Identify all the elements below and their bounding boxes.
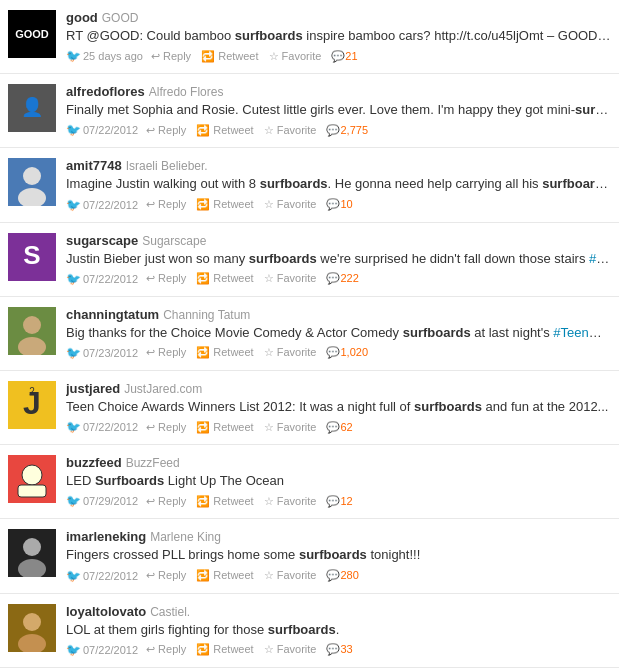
favorite-button[interactable]: ☆ Favorite (264, 643, 317, 656)
keyword: Surfboards (95, 473, 164, 488)
favorite-button[interactable]: ☆ Favorite (264, 198, 317, 211)
tweet-content: justjaredJustJared.comTeen Choice Awards… (66, 381, 611, 434)
hashtag: #TCA (589, 251, 611, 266)
retweet-button[interactable]: 🔁 Retweet (196, 124, 253, 137)
twitter-bird-icon: 🐦 (66, 272, 81, 286)
reply-count: 💬222 (326, 272, 358, 285)
tweet-text-before: RT @GOOD: Could bamboo (66, 28, 235, 43)
tweet-content: amit7748Israeli Belieber.Imagine Justin … (66, 158, 611, 211)
display-name: Castiel. (150, 605, 190, 619)
favorite-button[interactable]: ☆ Favorite (264, 495, 317, 508)
reply-count: 💬33 (326, 643, 352, 656)
screen-name[interactable]: amit7748 (66, 158, 122, 173)
keyword: surfboards (235, 28, 303, 43)
keyword: surfboards (414, 399, 482, 414)
tweet-header: channingtatumChanning Tatum (66, 307, 611, 322)
favorite-button[interactable]: ☆ Favorite (269, 50, 322, 63)
reply-button[interactable]: ↩ Reply (146, 272, 186, 285)
screen-name[interactable]: channingtatum (66, 307, 159, 322)
tweet-text-before: Imagine Justin walking out with 8 (66, 176, 260, 191)
avatar (8, 455, 56, 503)
retweet-button[interactable]: 🔁 Retweet (196, 643, 253, 656)
svg-text:2: 2 (29, 386, 35, 397)
retweet-button[interactable]: 🔁 Retweet (196, 421, 253, 434)
tweet-text: Teen Choice Awards Winners List 2012: It… (66, 398, 611, 416)
svg-rect-17 (18, 485, 46, 497)
tweet-date: 07/22/2012 (83, 273, 138, 285)
retweet-button[interactable]: 🔁 Retweet (196, 569, 253, 582)
svg-text:👤: 👤 (21, 96, 44, 118)
reply-button[interactable]: ↩ Reply (146, 421, 186, 434)
screen-name[interactable]: sugarscape (66, 233, 138, 248)
svg-text:S: S (23, 240, 40, 270)
tweet-date: 07/22/2012 (83, 570, 138, 582)
reply-count: 💬21 (331, 50, 357, 63)
display-name: Alfredo Flores (149, 85, 224, 99)
favorite-button[interactable]: ☆ Favorite (264, 569, 317, 582)
tweet-text-after: we're surprised he didn't fall down thos… (317, 251, 589, 266)
tweet-header: sugarscapeSugarscape (66, 233, 611, 248)
tweet-item: amit7748Israeli Belieber.Imagine Justin … (0, 148, 619, 222)
svg-point-5 (23, 167, 41, 185)
tweet-text-after2: . (610, 176, 611, 191)
reply-button[interactable]: ↩ Reply (146, 198, 186, 211)
favorite-button[interactable]: ☆ Favorite (264, 346, 317, 359)
screen-name[interactable]: imarleneking (66, 529, 146, 544)
retweet-button[interactable]: 🔁 Retweet (196, 272, 253, 285)
tweet-item: 👤alfredofloresAlfredo FloresFinally met … (0, 74, 619, 148)
retweet-button[interactable]: 🔁 Retweet (201, 50, 258, 63)
retweet-button[interactable]: 🔁 Retweet (196, 198, 253, 211)
reply-button[interactable]: ↩ Reply (146, 124, 186, 137)
reply-button[interactable]: ↩ Reply (146, 643, 186, 656)
tweet-date: 07/22/2012 (83, 199, 138, 211)
tweet-text-after: inspire bamboo cars? http://t.co/u45ljOm… (303, 28, 611, 43)
display-name: Marlene King (150, 530, 221, 544)
tweet-list: GOODgoodGOODRT @GOOD: Could bamboo surfb… (0, 0, 619, 672)
reply-count: 💬280 (326, 569, 358, 582)
tweet-text-before: Fingers crossed PLL brings home some (66, 547, 299, 562)
tweet-text-before: Finally met Sophia and Rosie. Cutest lit… (66, 102, 575, 117)
tweet-header: buzzfeedBuzzFeed (66, 455, 611, 470)
screen-name[interactable]: justjared (66, 381, 120, 396)
tweet-meta: 🐦 07/22/2012 ↩ Reply 🔁 Retweet ☆ Favorit… (66, 420, 611, 434)
screen-name[interactable]: alfredoflores (66, 84, 145, 99)
tweet-meta: 🐦 07/22/2012 ↩ Reply 🔁 Retweet ☆ Favorit… (66, 198, 611, 212)
display-name: BuzzFeed (126, 456, 180, 470)
avatar (8, 604, 56, 652)
retweet-button[interactable]: 🔁 Retweet (196, 346, 253, 359)
tweet-text: Imagine Justin walking out with 8 surfbo… (66, 175, 611, 193)
retweet-button[interactable]: 🔁 Retweet (196, 495, 253, 508)
tweet-item: GOODgoodGOODRT @GOOD: Could bamboo surfb… (0, 0, 619, 74)
reply-button[interactable]: ↩ Reply (146, 346, 186, 359)
tweet-text: Big thanks for the Choice Movie Comedy &… (66, 324, 611, 342)
favorite-button[interactable]: ☆ Favorite (264, 124, 317, 137)
tweet-content: channingtatumChanning TatumBig thanks fo… (66, 307, 611, 360)
tweet-content: goodGOODRT @GOOD: Could bamboo surfboard… (66, 10, 611, 63)
svg-point-10 (23, 316, 41, 334)
tweet-meta: 🐦 07/22/2012 ↩ Reply 🔁 Retweet ☆ Favorit… (66, 272, 611, 286)
reply-button[interactable]: ↩ Reply (146, 495, 186, 508)
display-name: Channing Tatum (163, 308, 250, 322)
tweet-header: goodGOOD (66, 10, 611, 25)
tweet-text: Justin Bieber just won so many surfboard… (66, 250, 611, 268)
avatar (8, 158, 56, 206)
reply-button[interactable]: ↩ Reply (151, 50, 191, 63)
twitter-bird-icon: 🐦 (66, 198, 81, 212)
screen-name[interactable]: good (66, 10, 98, 25)
reply-button[interactable]: ↩ Reply (146, 569, 186, 582)
tweet-header: alfredofloresAlfredo Flores (66, 84, 611, 99)
tweet-text-before: Big thanks for the Choice Movie Comedy &… (66, 325, 403, 340)
favorite-button[interactable]: ☆ Favorite (264, 272, 317, 285)
twitter-bird-icon: 🐦 (66, 569, 81, 583)
tweet-text-after: . He gonna need help carrying all his (328, 176, 543, 191)
svg-point-19 (23, 538, 41, 556)
tweet-header: justjaredJustJared.com (66, 381, 611, 396)
reply-count: 💬10 (326, 198, 352, 211)
tweet-text-after: at last night's (471, 325, 554, 340)
screen-name[interactable]: loyaltolovato (66, 604, 146, 619)
tweet-item: buzzfeedBuzzFeedLED Surfboards Light Up … (0, 445, 619, 519)
favorite-button[interactable]: ☆ Favorite (264, 421, 317, 434)
tweet-item: jonforemanJon Foreman#EadingWest gear : … (0, 668, 619, 672)
tweet-content: buzzfeedBuzzFeedLED Surfboards Light Up … (66, 455, 611, 508)
screen-name[interactable]: buzzfeed (66, 455, 122, 470)
